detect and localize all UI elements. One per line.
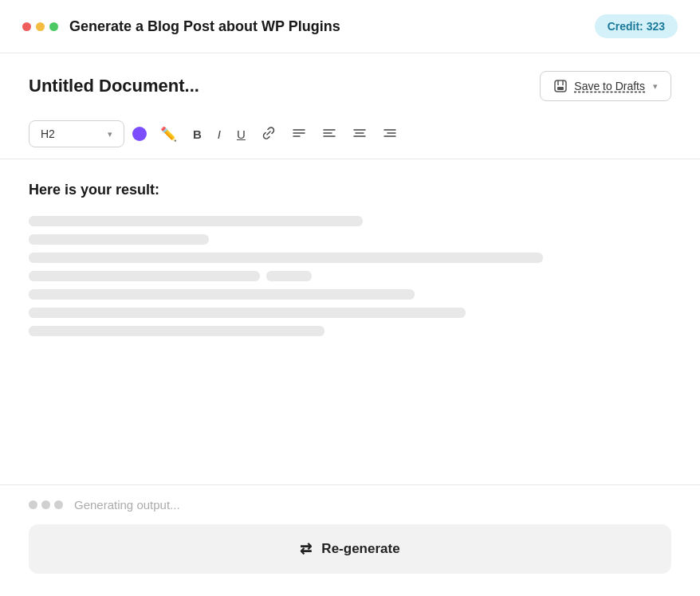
typing-dot-2 bbox=[41, 500, 50, 509]
bold-label: B bbox=[193, 127, 202, 141]
link-icon bbox=[262, 126, 276, 143]
regenerate-label: Re-generate bbox=[321, 541, 399, 557]
generating-bar: Generating output... bbox=[0, 484, 700, 521]
save-icon bbox=[553, 79, 568, 93]
typing-dot-3 bbox=[54, 500, 63, 509]
highlighter-icon: ✏️ bbox=[160, 126, 177, 143]
align-right-icon bbox=[383, 126, 397, 143]
regenerate-button[interactable]: ⇄ Re-generate bbox=[29, 524, 671, 574]
typing-dot-1 bbox=[29, 500, 37, 509]
maximize-dot[interactable] bbox=[49, 22, 58, 31]
toolbar: H2 ▾ ✏️ B I U bbox=[0, 114, 700, 159]
underline-button[interactable]: U bbox=[231, 124, 251, 145]
skeleton-group bbox=[29, 271, 671, 281]
skeleton-line-4a bbox=[29, 271, 260, 281]
skeleton-content bbox=[29, 216, 671, 336]
align-left-button[interactable] bbox=[317, 122, 342, 147]
underline-label: U bbox=[237, 127, 246, 141]
result-heading: Here is your result: bbox=[29, 182, 671, 198]
save-drafts-label: Save to Drafts bbox=[574, 80, 645, 92]
generating-text: Generating output... bbox=[74, 498, 180, 512]
traffic-lights bbox=[22, 22, 58, 31]
regenerate-wrap: ⇄ Re-generate bbox=[0, 521, 700, 596]
align-center-button[interactable] bbox=[347, 122, 372, 147]
italic-button[interactable]: I bbox=[212, 124, 226, 145]
align-left-icon bbox=[322, 126, 336, 143]
regenerate-icon: ⇄ bbox=[300, 540, 312, 558]
close-dot[interactable] bbox=[22, 22, 31, 31]
skeleton-line-1 bbox=[29, 216, 363, 226]
skeleton-line-6 bbox=[29, 308, 466, 318]
minimize-dot[interactable] bbox=[36, 22, 45, 31]
heading-value: H2 bbox=[41, 127, 55, 140]
save-drafts-button[interactable]: Save to Drafts ▾ bbox=[540, 71, 671, 101]
top-bar: Generate a Blog Post about WP Plugins Cr… bbox=[0, 0, 700, 53]
skeleton-line-7 bbox=[29, 326, 324, 336]
heading-select[interactable]: H2 ▾ bbox=[29, 120, 124, 147]
highlighter-button[interactable]: ✏️ bbox=[155, 122, 183, 147]
document-title: Untitled Document... bbox=[29, 76, 199, 96]
bold-button[interactable]: B bbox=[187, 124, 207, 145]
align-right-button[interactable] bbox=[377, 122, 403, 147]
skeleton-line-4b bbox=[266, 271, 311, 281]
chevron-down-icon: ▾ bbox=[653, 81, 658, 92]
document-header: Untitled Document... Save to Drafts ▾ bbox=[0, 53, 700, 114]
content-area: Here is your result: bbox=[0, 159, 700, 484]
color-picker[interactable] bbox=[132, 127, 147, 141]
typing-dots bbox=[29, 500, 63, 509]
select-arrow-icon: ▾ bbox=[108, 129, 112, 139]
align-center-icon bbox=[352, 126, 367, 143]
credit-badge: Credit: 323 bbox=[595, 14, 678, 38]
svg-rect-3 bbox=[557, 87, 564, 90]
link-button[interactable] bbox=[256, 122, 281, 147]
italic-label: I bbox=[218, 127, 221, 141]
list-icon bbox=[292, 126, 306, 143]
skeleton-line-3 bbox=[29, 253, 543, 263]
list-button[interactable] bbox=[286, 122, 312, 147]
skeleton-line-5 bbox=[29, 289, 415, 300]
top-bar-left: Generate a Blog Post about WP Plugins bbox=[22, 18, 340, 35]
skeleton-line-2 bbox=[29, 234, 209, 245]
page-title: Generate a Blog Post about WP Plugins bbox=[69, 18, 340, 35]
